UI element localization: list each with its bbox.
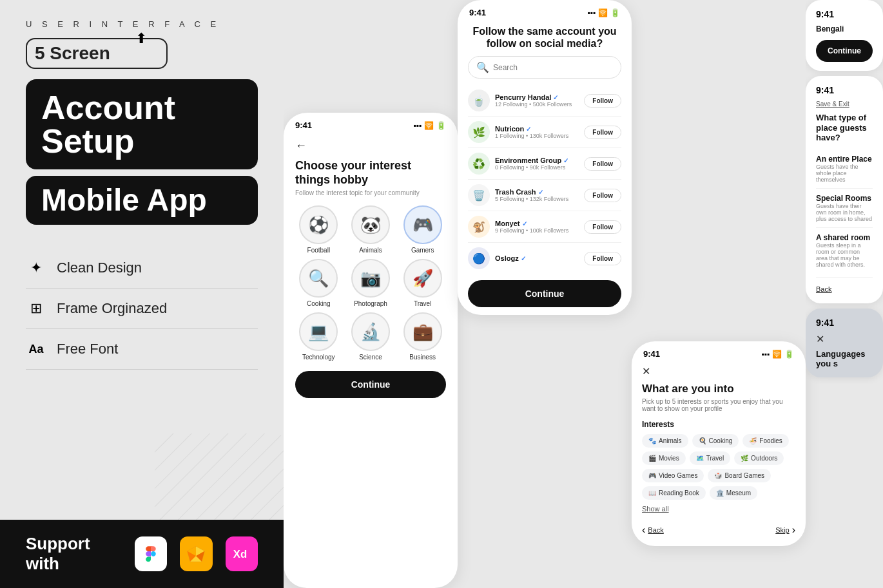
status-bar-4b: 9:41 (816, 85, 873, 100)
sparkle-icon: ✦ (26, 260, 46, 276)
mobile-app-title: Mobile App (41, 183, 207, 217)
time-2: 9:41 (469, 8, 486, 17)
close-button[interactable]: ✕ (642, 365, 795, 377)
interest-animals[interactable]: 🐼 Animals (347, 205, 394, 254)
screen-interests: 9:41 ▪▪▪ 🛜 🔋 ← Choose your interest thin… (284, 113, 458, 588)
time-1: 9:41 (295, 120, 312, 130)
follow-stats-4: 9 Following • 100k Followers (495, 227, 579, 234)
follow-stats-1: 1 Following • 130k Followers (495, 133, 579, 139)
svg-text:Xd: Xd (233, 548, 247, 560)
continue-button-4a[interactable]: Continue (816, 40, 873, 62)
follow-button-2[interactable]: Follow (584, 157, 621, 171)
tag-travel[interactable]: 🗺️Travel (690, 451, 730, 465)
support-text: Support with (26, 534, 122, 574)
follow-button-5[interactable]: Follow (584, 252, 621, 265)
bottom-bar: Support with Xd (0, 520, 284, 588)
interest-cooking[interactable]: 🔍 Cooking (295, 259, 342, 307)
place-option-0[interactable]: An entire Place Guests have the whole pl… (816, 149, 873, 189)
interest-photograph[interactable]: 📷 Photograph (347, 259, 394, 307)
screen2-content: Follow the same account you follow on so… (458, 20, 632, 315)
verified-5: ✓ (521, 255, 526, 262)
ui-label: U S E R I N T E R F A C E (26, 19, 258, 29)
continue-button-2[interactable]: Continue (468, 280, 621, 307)
interest-grid: ⚽ Football 🐼 Animals 🎮 Gamers 🔍 Cooking … (295, 205, 446, 361)
status-bar-4c: 9:41 (816, 318, 873, 333)
cooking-circle: 🔍 (299, 259, 338, 298)
status-bar-1: 9:41 ▪▪▪ 🛜 🔋 (284, 113, 458, 133)
interest-travel[interactable]: 🚀 Travel (399, 259, 446, 307)
font-icon: Aa (26, 343, 46, 356)
time-4c: 9:41 (816, 318, 834, 328)
place-option-title-0: An entire Place (816, 155, 873, 164)
place-option-1[interactable]: Special Rooms Guests have their own room… (816, 189, 873, 228)
skip-link[interactable]: Skip (775, 526, 789, 534)
follow-item-1: 🌿 Nutricon ✓ 1 Following • 130k Follower… (468, 117, 621, 148)
follow-button-1[interactable]: Follow (584, 126, 621, 139)
tag-foodies[interactable]: 🍜Foodies (742, 434, 789, 448)
feature-free-font: Aa Free Font (26, 329, 258, 370)
follow-name-3: Trash Crash ✓ (495, 188, 579, 196)
close-icon-bottom[interactable]: ✕ (816, 333, 873, 345)
status-bar-4a: 9:41 (816, 9, 873, 24)
battery-icon: 🔋 (436, 121, 446, 130)
back-arrow-1[interactable]: ← (295, 139, 446, 153)
interest-business[interactable]: 💼 Business (399, 312, 446, 361)
follow-item-3: 🗑️ Trash Crash ✓ 5 Following • 132k Foll… (468, 180, 621, 211)
search-input[interactable] (493, 63, 613, 72)
status-icons-3: ▪▪▪ 🛜 🔋 (761, 350, 794, 359)
follow-item-2: ♻️ Environment Group ✓ 0 Following • 90k… (468, 148, 621, 180)
save-exit-link[interactable]: Save & Exit (816, 100, 873, 108)
figma-icon (135, 536, 167, 571)
business-label: Business (409, 354, 436, 361)
follow-button-4[interactable]: Follow (584, 220, 621, 234)
search-bar[interactable]: 🔍 (468, 56, 621, 79)
verified-0: ✓ (553, 94, 558, 101)
time-3: 9:41 (643, 349, 660, 359)
continue-button-1[interactable]: Continue (295, 371, 446, 398)
tag-animals[interactable]: 🐾Animals (642, 434, 688, 448)
place-option-desc-0: Guests have the whole place themselves (816, 164, 873, 183)
place-option-2[interactable]: A shared room Guests sleep in a room or … (816, 228, 873, 273)
follow-title: Follow the same account you follow on so… (468, 25, 621, 50)
tag-meseum[interactable]: 🏛️Meseum (710, 486, 757, 500)
interest-football[interactable]: ⚽ Football (295, 205, 342, 254)
gamers-circle: 🎮 (403, 205, 442, 244)
back-link[interactable]: Back (648, 526, 663, 534)
follow-button-3[interactable]: Follow (584, 189, 621, 202)
back-link-4[interactable]: Back (816, 285, 831, 293)
tag-outdoors[interactable]: 🌿Outdoors (734, 451, 784, 465)
what-subtitle: Pick up to 5 interests or sports you enj… (642, 398, 795, 412)
screen3-content: ✕ What are you into Pick up to 5 interes… (632, 361, 806, 546)
badge-text: 5 Screen (35, 43, 110, 64)
animals-circle: 🐼 (351, 205, 390, 244)
interest-gamers[interactable]: 🎮 Gamers (399, 205, 446, 254)
animals-label: Animals (359, 247, 382, 254)
tag-cooking[interactable]: 🍳Cooking (692, 434, 739, 448)
follow-name-2: Environment Group ✓ (495, 156, 579, 164)
wifi-icon-2: 🛜 (598, 8, 608, 17)
football-label: Football (307, 247, 331, 254)
tag-movies[interactable]: 🎬Movies (642, 451, 686, 465)
interest-technology[interactable]: 💻 Technology (295, 312, 342, 361)
signal-icon-3: ▪▪▪ (761, 350, 770, 359)
back-nav-group: ‹ Back (642, 524, 664, 536)
follow-info-0: Pencurry Handal ✓ 12 Following • 500k Fo… (495, 93, 579, 108)
avatar-3: 🗑️ (468, 184, 490, 206)
screen4-area: 9:41 Bengali Continue 9:41 Save & Exit W… (806, 0, 883, 588)
tag-video-games[interactable]: 🎮Video Games (642, 469, 704, 482)
follow-button-0[interactable]: Follow (584, 94, 621, 108)
verified-2: ✓ (563, 157, 568, 164)
sketch-icon (180, 536, 212, 571)
verified-3: ✓ (538, 189, 543, 196)
skip-nav-group: Skip › (775, 524, 795, 536)
follow-stats-2: 0 Following • 90k Followers (495, 164, 579, 171)
follow-item-5: 🔵 Oslogz ✓ Follow (468, 243, 621, 274)
science-circle: 🔬 (351, 312, 390, 351)
account-setup-title: Account Setup (41, 89, 175, 160)
tag-board-games[interactable]: 🎲Board Games (708, 469, 771, 482)
nav-bottom: ‹ Back Skip › (642, 518, 795, 536)
avatar-1: 🌿 (468, 121, 490, 143)
interest-science[interactable]: 🔬 Science (347, 312, 394, 361)
tag-reading[interactable]: 📖Reading Book (642, 486, 706, 500)
show-all-link[interactable]: Show all (642, 505, 795, 513)
